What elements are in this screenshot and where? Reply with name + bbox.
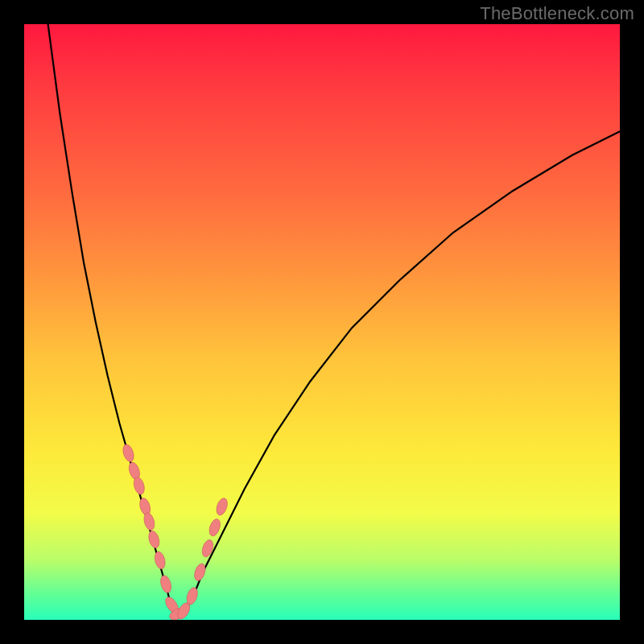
- marker-point: [121, 443, 135, 463]
- marker-point: [147, 530, 162, 549]
- marker-point: [200, 539, 215, 559]
- watermark-text: TheBottleneck.com: [480, 3, 634, 24]
- marker-point: [192, 562, 207, 582]
- chart-frame: TheBottleneck.com: [0, 0, 644, 644]
- marker-point: [214, 497, 229, 517]
- bottleneck-curve: [48, 24, 620, 614]
- plot-area: [24, 24, 620, 620]
- chart-svg: [24, 24, 620, 620]
- marker-group: [121, 443, 229, 621]
- marker-point: [153, 551, 167, 570]
- marker-point: [159, 574, 173, 593]
- marker-point: [208, 518, 222, 538]
